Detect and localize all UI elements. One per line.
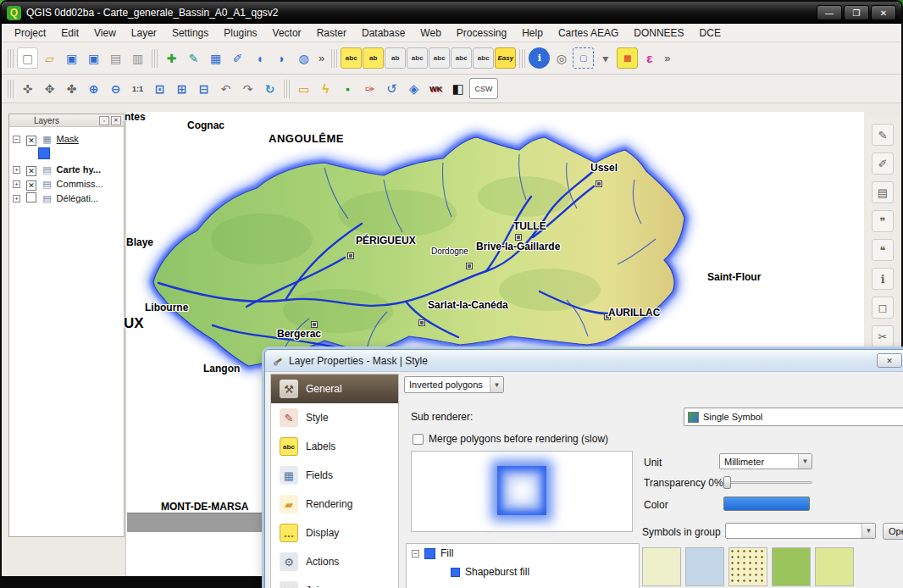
chevron-down-icon[interactable]: ▼ [490,377,503,392]
menu-item[interactable]: Raster [309,25,354,41]
color-button[interactable] [723,496,810,511]
epsilon-icon[interactable]: ε [639,47,660,69]
toolbar-grip[interactable] [519,49,525,68]
layer-checkbox[interactable]: ✕ [26,166,36,176]
menu-item[interactable]: Settings [164,25,216,41]
menu-item[interactable]: Help [514,25,551,41]
zoom-in-icon[interactable]: ⊕ [83,78,104,99]
toolbar-grip[interactable] [284,80,290,98]
toolbar-grip[interactable] [8,49,14,68]
composer-manager-icon[interactable]: ▥ [127,47,148,69]
text-annotation-icon[interactable]: ❞ [872,210,894,232]
zoom-layer-icon[interactable]: ⊟ [193,78,214,99]
tree-expander-icon[interactable]: − [13,136,20,143]
menu-item[interactable]: DONNEES [626,25,691,41]
layer-checkbox[interactable] [26,192,36,202]
zoom-full-icon[interactable]: ⊡ [149,78,170,99]
save-style-icon[interactable]: ▤ [872,181,894,203]
label-abc-icon[interactable]: abc [341,47,362,69]
add-feature-icon[interactable]: ✚ [161,47,182,69]
toolbar-grip[interactable] [331,49,337,68]
save-project-as-icon[interactable]: ▣ [83,47,104,69]
layer-item[interactable]: + ▤ Délégati... [11,191,122,206]
undo-icon[interactable]: ↺ [381,78,402,99]
tree-expander-icon[interactable]: + [13,166,20,174]
menu-item[interactable]: Processing [449,25,514,41]
scissors-icon[interactable]: ✂ [872,325,894,347]
touch-zoom-icon[interactable]: ✜ [17,78,38,99]
map-tips-icon[interactable]: ℹ [872,268,894,290]
layer-item[interactable]: − ✕ ▦ Mask [11,132,122,163]
tree-expander-icon[interactable]: − [412,550,419,557]
toolbar-grip[interactable] [8,80,14,98]
zoom-last-icon[interactable]: ↶ [215,78,236,99]
layer-item[interactable]: + ✕ ▤ Commiss... [11,177,122,191]
layer-label[interactable]: Commiss... [57,179,103,189]
menu-item[interactable]: DCE [692,25,728,41]
renderer-select[interactable]: Inverted polygons ▼ [404,376,504,393]
style-paint-icon[interactable]: ✑ [359,78,380,99]
curve-digitize-icon[interactable]: ◖ [249,47,270,69]
slider-track[interactable] [723,481,812,484]
dialog-tab[interactable]: ▰ Rendering [271,490,398,519]
toolbar-grip[interactable] [152,49,158,68]
symbol-tree-child-row[interactable]: Shapeburst fill [407,563,639,581]
menu-item[interactable]: Cartes AEAG [551,25,626,41]
georeferencer-icon[interactable]: ◈ [403,78,424,99]
dialog-tab[interactable]: ▦ Fields [271,461,398,490]
globe-icon[interactable]: ◍ [293,47,314,69]
minimize-button[interactable]: — [817,5,842,20]
close-button[interactable]: ✕ [871,5,896,20]
window-titlebar[interactable]: Q QGIS 0dd02ba - Carte_generale_Bassin_A… [2,2,901,24]
label-rotate-icon[interactable]: abc [429,47,450,69]
layer-item[interactable]: + ✕ ▤ Carte hy... [11,163,122,177]
attribute-table-icon[interactable]: ▭ [293,78,314,99]
zoom-to-feature-icon[interactable]: ◎ [551,47,572,69]
menu-item[interactable]: Edit [53,25,86,41]
merge-checkbox[interactable] [413,434,424,445]
wkt-icon[interactable]: WK [425,78,446,99]
style-pen-icon[interactable]: ✐ [872,153,894,175]
symbol-swatch[interactable] [685,547,724,586]
node-tool-icon[interactable]: ✐ [227,47,248,69]
symbol-swatch[interactable] [815,547,854,586]
zoom-next-icon[interactable]: ↷ [237,78,258,99]
refresh-icon[interactable]: ↻ [259,78,280,99]
zoom-out-icon[interactable]: ⊖ [105,78,126,99]
new-map-icon[interactable]: ▪ [337,78,358,99]
layer-label[interactable]: Délégati... [57,193,99,203]
select-dropdown-icon[interactable]: ▾ [595,47,616,69]
pan-selection-icon[interactable]: ✤ [61,78,82,99]
zoom-selection-icon[interactable]: ⊞ [171,78,192,99]
menu-item[interactable]: Plugins [216,25,264,41]
new-composer-icon[interactable]: ▤ [105,47,126,69]
layer-symbol-swatch[interactable] [38,147,50,159]
identify-icon[interactable]: ℹ [529,47,550,69]
form-annotation-icon[interactable]: ❝ [872,239,894,261]
maximize-button[interactable]: ❐ [844,5,869,20]
slider-handle[interactable] [723,476,731,489]
run-icon[interactable]: ϟ [315,78,336,99]
symbol-swatch[interactable] [642,547,681,586]
menu-item[interactable]: Web [413,25,448,41]
dialog-tab[interactable]: … Display [271,519,398,547]
csw-button[interactable]: CSW [469,78,498,99]
menu-item[interactable]: Project [7,25,53,41]
pan-icon[interactable]: ✥ [39,78,60,99]
chevron-down-icon[interactable]: ▼ [861,524,875,538]
label-move-icon[interactable]: abc [407,47,428,69]
tree-expander-icon[interactable]: + [13,180,20,188]
select-region-icon[interactable]: ▢ [573,47,594,69]
dialog-tab[interactable]: abc Labels [271,432,398,461]
transparency-slider[interactable] [723,475,812,489]
menu-item[interactable]: Database [354,25,413,41]
dialog-tab[interactable]: ⚙ Actions [271,547,398,576]
single-symbol-select[interactable]: Single Symbol [684,408,903,426]
toolbar-overflow-icon[interactable]: » [661,52,673,64]
new-project-icon[interactable]: ▢ [17,47,38,69]
dialog-tab[interactable]: ⚒ General [271,374,398,403]
symbols-group-select[interactable]: ▼ [725,523,876,539]
panel-close-button[interactable]: ✕ [111,116,121,125]
unit-select[interactable]: Millimeter ▼ [719,453,812,469]
annotation-icon[interactable]: ▩ [617,47,638,69]
